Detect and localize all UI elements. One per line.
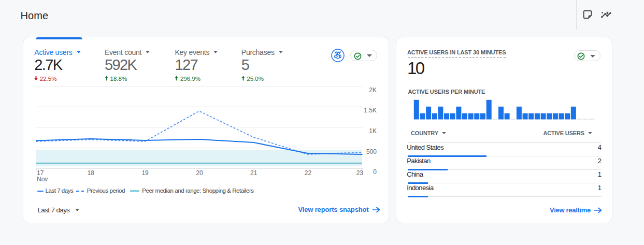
svg-text:2K: 2K	[369, 87, 377, 94]
svg-text:20: 20	[196, 169, 203, 177]
svg-text:18: 18	[88, 169, 95, 177]
svg-text:Nov: Nov	[37, 176, 48, 183]
svg-text:1K: 1K	[369, 127, 377, 135]
svg-text:22: 22	[305, 169, 312, 177]
svg-text:23: 23	[356, 169, 364, 177]
svg-text:19: 19	[141, 169, 149, 177]
svg-text:500: 500	[366, 148, 377, 155]
svg-text:21: 21	[250, 169, 257, 177]
svg-text:1.5K: 1.5K	[364, 107, 377, 114]
svg-text:0: 0	[373, 168, 377, 176]
